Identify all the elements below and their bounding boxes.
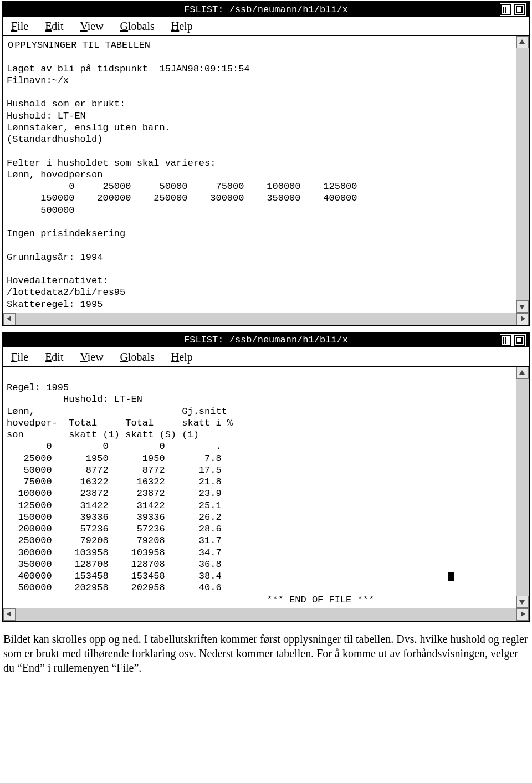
text-line: Lønnstaker, enslig uten barn. (7, 122, 514, 134)
text-line: 0 25000 50000 75000 100000 125000 (7, 181, 514, 192)
table-header-line: Regel: 1995 (7, 382, 514, 393)
text-cursor (448, 572, 454, 581)
menu-edit[interactable]: Edit (45, 20, 63, 33)
window-title: FSLIST: /ssb/neumann/h1/bli/x (3, 335, 529, 345)
table-header-line: Lønn, Gj.snitt (7, 406, 514, 417)
scroll-left-arrow-icon[interactable] (3, 608, 16, 621)
scroll-up-arrow-icon[interactable] (516, 36, 529, 48)
text-line: OPPLYSNINGER TIL TABELLEN (7, 39, 514, 51)
menu-help[interactable]: Help (171, 351, 193, 364)
text-line (7, 216, 514, 228)
text-line: Ingen prisindeksering (7, 228, 514, 239)
text-line: Hushold: LT-EN (7, 110, 514, 122)
menu-globals[interactable]: Globals (120, 20, 155, 33)
text-line: Felter i husholdet som skal varieres: (7, 157, 514, 169)
titlebar: FSLIST: /ssb/neumann/h1/bli/x (3, 2, 529, 17)
scroll-down-arrow-icon[interactable] (516, 596, 529, 608)
menu-view[interactable]: View (80, 351, 103, 364)
vertical-scrollbar[interactable] (516, 36, 529, 313)
text-line (7, 51, 514, 63)
menu-file[interactable]: File (11, 20, 28, 33)
scroll-right-arrow-icon[interactable] (516, 313, 529, 325)
table-row: 50000 8772 8772 17.5 (7, 464, 514, 476)
text-line (7, 145, 514, 157)
menubar: FileEditViewGlobalsHelp (3, 347, 529, 367)
text-line: Filnavn:~/x (7, 75, 514, 86)
scroll-up-arrow-icon[interactable] (516, 367, 529, 379)
text-line: Grunnlagsår: 1994 (7, 252, 514, 263)
table-header-line: Hushold: LT-EN (7, 393, 514, 405)
table-row: 400000 153458 153458 38.4 (7, 570, 514, 582)
table-row: 125000 31422 31422 25.1 (7, 500, 514, 511)
menu-edit[interactable]: Edit (45, 351, 63, 364)
vertical-scrollbar[interactable] (516, 367, 529, 608)
text-line: (Standardhushold) (7, 134, 514, 145)
text-line: Hovedalternativet: (7, 275, 514, 286)
table-row: 150000 39336 39336 26.2 (7, 511, 514, 523)
fslist-window-1: FSLIST: /ssb/neumann/h1/bli/x FileEditVi… (2, 1, 530, 326)
table-row: 300000 103958 103958 34.7 (7, 547, 514, 559)
text-line: /lottedata2/bli/res95 (7, 286, 514, 298)
scroll-left-arrow-icon[interactable] (3, 313, 16, 325)
table-row: 500000 202958 202958 40.6 (7, 582, 514, 593)
menu-view[interactable]: View (80, 20, 103, 33)
text-line: Laget av bli på tidspunkt 15JAN98:09:15:… (7, 63, 514, 75)
table-row: 250000 79208 79208 31.7 (7, 535, 514, 546)
caption-text: Bildet kan skrolles opp og ned. I tabell… (0, 627, 532, 682)
scroll-right-arrow-icon[interactable] (516, 608, 529, 621)
fslist-window-2: FSLIST: /ssb/neumann/h1/bli/x FileEditVi… (2, 332, 530, 622)
text-line (7, 263, 514, 275)
table-header-line: hovedper- Total Total skatt i % (7, 417, 514, 429)
titlebar: FSLIST: /ssb/neumann/h1/bli/x (3, 333, 529, 347)
content: OPPLYSNINGER TIL TABELLEN Laget av bli p… (3, 36, 516, 313)
table-row: 350000 128708 128708 36.8 (7, 559, 514, 570)
text-line: Hushold som er brukt: (7, 98, 514, 110)
table-row: 25000 1950 1950 7.8 (7, 453, 514, 464)
menubar: FileEditViewGlobalsHelp (3, 17, 529, 36)
table-row: 200000 57236 57236 28.6 (7, 523, 514, 535)
window-icons (500, 334, 526, 346)
menu-help[interactable]: Help (171, 20, 193, 33)
text-line: Skatteregel: 1995 (7, 299, 514, 310)
table-header-line: son skatt (1) skatt (S) (1) (7, 429, 514, 441)
end-of-file-marker: *** END OF FILE *** (7, 594, 514, 606)
menu-globals[interactable]: Globals (120, 351, 155, 364)
menu-file[interactable]: File (11, 351, 28, 364)
window-title: FSLIST: /ssb/neumann/h1/bli/x (3, 4, 529, 15)
text-line (7, 86, 514, 98)
text-line (7, 239, 514, 251)
text-line: Lønn, hovedperson (7, 169, 514, 181)
horizontal-scrollbar[interactable] (3, 608, 529, 621)
table-row: 75000 16322 16322 21.8 (7, 476, 514, 488)
text-line: 150000 200000 250000 300000 350000 40000… (7, 192, 514, 204)
table-row: 0 0 0 . (7, 441, 514, 452)
table-row: 100000 23872 23872 23.9 (7, 488, 514, 499)
scroll-down-arrow-icon[interactable] (516, 300, 529, 313)
window-icons (500, 3, 526, 16)
text-line: 500000 (7, 204, 514, 216)
content: Regel: 1995 Hushold: LT-ENLønn, Gj.snitt… (3, 367, 516, 608)
horizontal-scrollbar[interactable] (3, 313, 529, 325)
